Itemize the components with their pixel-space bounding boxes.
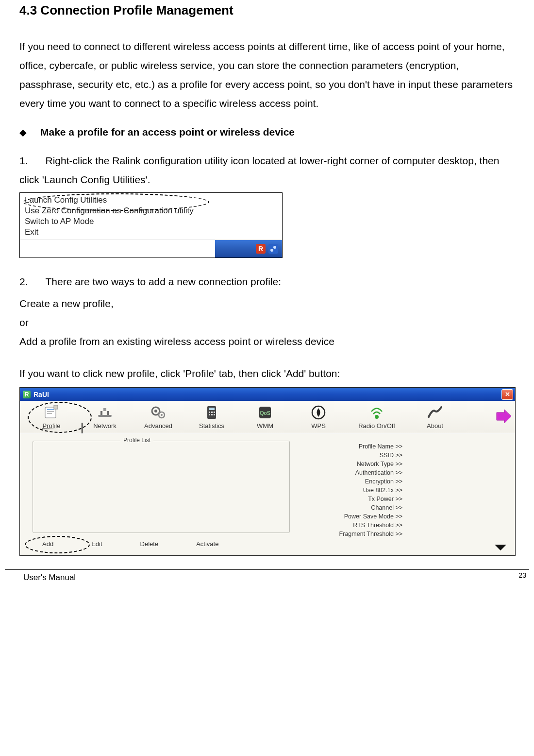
svg-rect-9 — [54, 405, 58, 409]
step-1: 1.Right-click the Ralink configuration u… — [19, 152, 517, 189]
calculator-icon — [203, 404, 220, 421]
window-title: RaUI — [33, 391, 49, 398]
instruction-click-profile: If you want to click new profile, click … — [19, 364, 517, 383]
close-button[interactable]: ✕ — [501, 389, 513, 400]
menu-item-exit[interactable]: Exit — [25, 227, 282, 238]
detail-authentication: Authentication >> — [295, 469, 402, 477]
detail-tx-power: Tx Power >> — [295, 495, 402, 503]
expand-down-icon[interactable] — [494, 544, 507, 552]
toolbar: Profile Network Advanced Statistics — [20, 401, 515, 433]
tab-statistics-label: Statistics — [199, 422, 224, 430]
option-add-existing: Add a profile from an existing wireless … — [19, 332, 517, 351]
qos-icon: QoS — [257, 404, 273, 421]
page-number: 23 — [518, 571, 526, 581]
svg-rect-21 — [211, 412, 213, 413]
section-heading: 4.3 Connection Profile Management — [19, 3, 517, 18]
activate-button[interactable]: Activate — [192, 539, 222, 549]
svg-point-15 — [154, 410, 157, 412]
tab-network-label: Network — [93, 422, 117, 430]
delete-button[interactable]: Delete — [136, 539, 163, 549]
svg-rect-25 — [214, 414, 215, 415]
menu-item-zero-config[interactable]: Use Zero Configuration as Configuration … — [25, 206, 282, 216]
network-tray-icon[interactable] — [268, 244, 278, 254]
profile-list-label: Profile List — [120, 437, 153, 444]
detail-fragment: Fragment Threshold >> — [295, 530, 402, 538]
detail-rts: RTS Threshold >> — [295, 521, 402, 529]
step-1-text: Right-click the Ralink configuration uti… — [19, 155, 499, 185]
svg-rect-2 — [268, 244, 278, 254]
tab-about-label: About — [427, 422, 443, 430]
detail-ssid: SSID >> — [295, 451, 402, 459]
raui-window-screenshot: R RaUI ✕ Profile Network — [19, 387, 516, 556]
tab-network[interactable]: Network — [78, 404, 132, 430]
gear-icon — [150, 404, 167, 421]
tab-profile-label: Profile — [43, 422, 61, 430]
next-arrow-icon[interactable] — [495, 408, 512, 425]
tab-advanced[interactable]: Advanced — [132, 404, 185, 430]
profile-list: Profile List — [33, 441, 290, 533]
tab-profile[interactable]: Profile — [25, 404, 78, 430]
diamond-icon: ◆ — [19, 127, 27, 138]
raui-body: Profile List Profile Name >> SSID >> Net… — [20, 433, 515, 555]
radio-icon — [368, 404, 385, 421]
svg-point-17 — [161, 414, 163, 416]
step-2-number: 2. — [19, 273, 28, 292]
network-icon — [97, 404, 113, 421]
about-icon — [427, 404, 443, 421]
detail-channel: Channel >> — [295, 504, 402, 512]
svg-point-4 — [273, 246, 276, 249]
svg-rect-23 — [209, 414, 210, 415]
profile-details: Profile Name >> SSID >> Network Type >> … — [295, 443, 402, 555]
page-footer: User's Manual 23 — [0, 570, 534, 590]
tab-wps[interactable]: WPS — [292, 404, 345, 430]
tab-radio-label: Radio On/Off — [358, 422, 395, 430]
svg-rect-24 — [211, 414, 213, 415]
svg-rect-7 — [47, 411, 54, 412]
wps-icon — [310, 404, 327, 421]
svg-rect-8 — [47, 413, 52, 414]
svg-rect-13 — [103, 408, 106, 411]
detail-network-type: Network Type >> — [295, 460, 402, 468]
svg-rect-6 — [47, 409, 54, 410]
taskbar: R — [20, 240, 282, 258]
svg-rect-22 — [214, 412, 215, 413]
menu-item-switch-ap[interactable]: Switch to AP Mode — [25, 216, 282, 227]
svg-rect-20 — [209, 412, 210, 413]
menu-item-launch[interactable]: Launch Config Utilities — [25, 195, 282, 206]
svg-rect-19 — [209, 408, 215, 410]
svg-point-29 — [375, 415, 379, 419]
svg-text:R: R — [258, 245, 263, 253]
app-icon: R — [23, 391, 31, 398]
svg-rect-12 — [107, 411, 109, 415]
detail-encryption: Encryption >> — [295, 478, 402, 485]
svg-text:QoS: QoS — [260, 410, 270, 416]
tab-about[interactable]: About — [408, 404, 462, 430]
title-bar: R RaUI ✕ — [20, 388, 515, 401]
tab-advanced-label: Advanced — [144, 422, 172, 430]
svg-rect-11 — [100, 411, 102, 415]
svg-rect-10 — [98, 415, 112, 417]
option-create: Create a new profile, — [19, 294, 517, 313]
tab-statistics[interactable]: Statistics — [185, 404, 238, 430]
bullet-item: ◆ Make a profile for an access point or … — [19, 126, 517, 138]
bullet-text: Make a profile for an access point or wi… — [40, 126, 295, 138]
option-or: or — [19, 313, 517, 332]
step-1-number: 1. — [19, 152, 28, 171]
detail-power-save: Power Save Mode >> — [295, 513, 402, 520]
tab-wps-label: WPS — [311, 422, 326, 430]
context-menu-screenshot: Launch Config Utilities Use Zero Configu… — [19, 192, 283, 258]
tab-wmm[interactable]: QoS WMM — [238, 404, 292, 430]
add-button[interactable]: Add — [38, 539, 57, 549]
footer-left: User's Manual — [23, 573, 76, 583]
step-2-text: There are two ways to add a new connecti… — [46, 276, 282, 287]
svg-point-3 — [270, 249, 273, 252]
tab-wmm-label: WMM — [257, 422, 273, 430]
intro-paragraph: If you need to connect to different wire… — [19, 37, 517, 113]
edit-button[interactable]: Edit — [87, 539, 106, 549]
profile-icon — [43, 404, 60, 421]
detail-8021x: Use 802.1x >> — [295, 486, 402, 494]
step-2: 2.There are two ways to add a new connec… — [19, 273, 517, 292]
tab-radio[interactable]: Radio On/Off — [345, 404, 408, 430]
detail-profile-name: Profile Name >> — [295, 443, 402, 450]
ralink-tray-icon[interactable]: R — [256, 244, 266, 254]
